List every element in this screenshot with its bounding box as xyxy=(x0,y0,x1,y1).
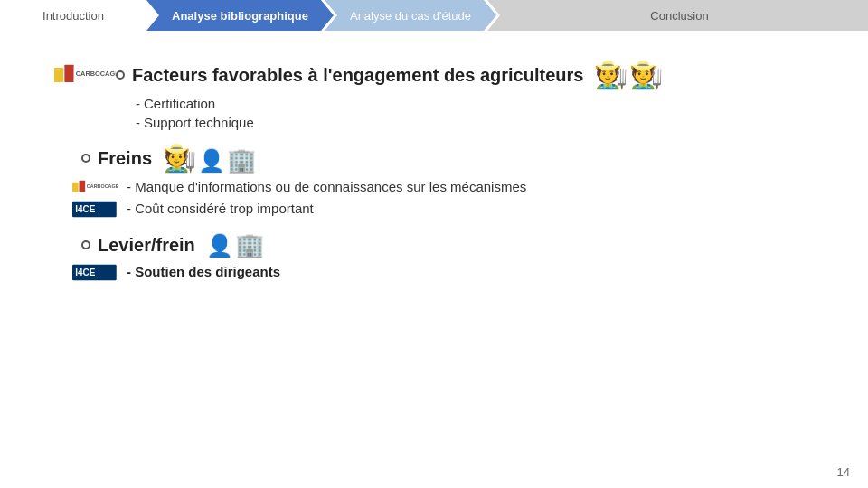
section2-title: Freins xyxy=(98,148,152,169)
main-content: CARBOCAGE Facteurs favorables à l'engage… xyxy=(0,31,868,295)
i4ce-item-1: CARBOCAGE - Manque d'informations ou de … xyxy=(72,179,832,197)
i4ce-item-2: I4CE - Coût considéré trop important xyxy=(72,201,832,219)
section2-header: Freins 🧑‍🌾 👤 🏢 xyxy=(81,145,832,172)
svg-text:CARBOCAGE: CARBOCAGE xyxy=(87,183,118,189)
farmer-icon-2: 🧑‍🌾 xyxy=(629,61,663,89)
i4ce-text-2: - Coût considéré trop important xyxy=(127,201,314,216)
svg-rect-1 xyxy=(64,65,73,82)
farmer-icon-1: 🧑‍🌾 xyxy=(594,61,627,89)
freins-person-icon: 👤 xyxy=(198,150,225,172)
levier-icons: 👤 🏢 xyxy=(206,233,264,257)
i4ce-logo-3: I4CE xyxy=(72,264,118,282)
svg-rect-4 xyxy=(80,181,86,192)
section3-text: - Soutien des dirigeants xyxy=(127,264,280,279)
subitem-certification-text: Certification xyxy=(144,96,215,111)
bullet-section3 xyxy=(81,240,90,249)
nav-label-analyse-cas: Analyse du cas d'étude xyxy=(350,9,471,23)
section3-title: Levier/frein xyxy=(98,235,195,256)
carbocage-logo: CARBOCAGE xyxy=(54,62,116,88)
levier-person-icon: 👤 xyxy=(206,235,233,257)
freins-icons: 🧑‍🌾 👤 🏢 xyxy=(163,145,256,172)
nav-item-analyse-biblio[interactable]: Analyse bibliographique xyxy=(146,0,334,31)
nav-item-analyse-cas[interactable]: Analyse du cas d'étude xyxy=(325,0,496,31)
bullet-section2 xyxy=(81,154,90,163)
section1-subitems: Certification Support technique xyxy=(136,96,832,130)
svg-rect-3 xyxy=(72,183,79,192)
i4ce-logo-2: I4CE xyxy=(72,201,118,219)
carbocage-logo-small-1: CARBOCAGE xyxy=(72,179,118,197)
page-number: 14 xyxy=(837,465,850,479)
subitem-support-text: Support technique xyxy=(144,115,254,130)
section1-title: Facteurs favorables à l'engagement des a… xyxy=(132,65,583,86)
freins-building-icon: 🏢 xyxy=(227,148,256,172)
subitem-support: Support technique xyxy=(136,115,832,130)
nav-item-introduction[interactable]: Introduction xyxy=(0,0,146,31)
bullet-section1 xyxy=(116,70,125,80)
nav-label-introduction: Introduction xyxy=(42,9,104,23)
subitem-certification: Certification xyxy=(136,96,832,111)
nav-label-conclusion: Conclusion xyxy=(650,9,708,23)
nav-item-conclusion[interactable]: Conclusion xyxy=(487,0,868,31)
svg-text:CARBOCAGE: CARBOCAGE xyxy=(76,70,116,78)
freins-farmer-icon: 🧑‍🌾 xyxy=(163,145,196,172)
farmer-icons-section1: 🧑‍🌾 🧑‍🌾 xyxy=(594,61,663,89)
svg-rect-0 xyxy=(54,68,63,82)
section1-header: CARBOCAGE Facteurs favorables à l'engage… xyxy=(54,61,832,89)
navigation-bar: Introduction Analyse bibliographique Ana… xyxy=(0,0,868,31)
nav-label-analyse-biblio: Analyse bibliographique xyxy=(172,9,308,23)
i4ce-text-1: - Manque d'informations ou de connaissan… xyxy=(127,179,526,194)
svg-text:I4CE: I4CE xyxy=(75,267,96,277)
svg-text:I4CE: I4CE xyxy=(75,204,96,214)
levier-building-icon: 🏢 xyxy=(235,233,264,257)
section3-header: Levier/frein 👤 🏢 xyxy=(81,233,832,257)
section3-item: I4CE - Soutien des dirigeants xyxy=(72,264,832,282)
section2-items: CARBOCAGE - Manque d'informations ou de … xyxy=(54,179,832,219)
